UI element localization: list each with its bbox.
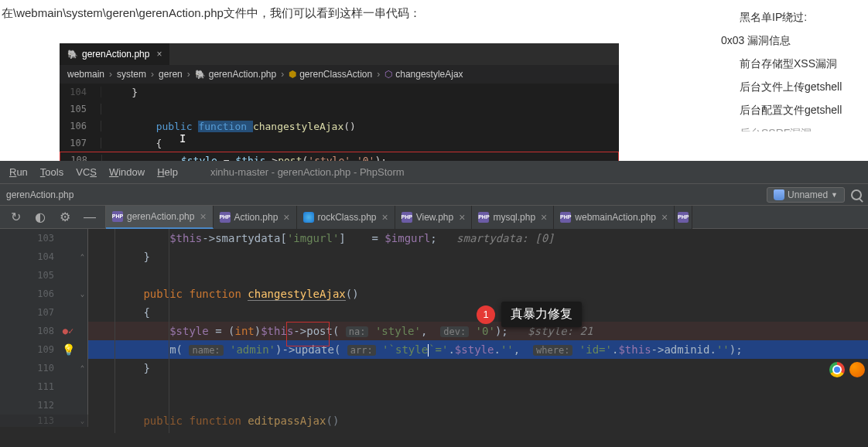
editor-tab[interactable]: PHP webmainAction.php × (554, 206, 675, 229)
close-icon[interactable]: × (283, 211, 289, 224)
menu-tools[interactable]: Tools (37, 165, 67, 179)
chevron-right-icon: › (151, 69, 154, 80)
code-line[interactable]: { (101, 138, 162, 149)
fold-gutter[interactable] (77, 303, 88, 322)
chevron-down-icon: ▼ (831, 191, 838, 199)
close-icon[interactable]: × (156, 49, 162, 60)
tool-icon[interactable]: ↻ (6, 208, 25, 227)
vscode-code[interactable]: 104 } I 105 106 public function changest… (60, 84, 619, 169)
bc-part[interactable]: gerenClassAction (299, 69, 372, 80)
editor-tab[interactable]: PHP mysql.php × (472, 206, 554, 229)
gutter-icon-area (59, 377, 77, 396)
line-number: 106 (0, 285, 59, 303)
menu-run[interactable]: Run (6, 165, 31, 179)
toc-item[interactable]: 前台存储型XSS漏洞 (721, 53, 860, 76)
php-file-icon: PHP (678, 212, 689, 223)
close-icon[interactable]: × (541, 211, 547, 224)
bc-part[interactable]: geren (159, 69, 183, 80)
php-icon: 🐘 (67, 49, 78, 60)
editor-tab[interactable]: PHP gerenAction.php × (106, 206, 214, 229)
editor-tabs: PHP gerenAction.php × PHP Action.php × r… (106, 206, 692, 229)
gutter-icon-area (59, 359, 77, 377)
bc-part[interactable]: webmain (67, 69, 104, 80)
breakpoint-icon[interactable]: ●✓ (63, 326, 73, 336)
bc-part[interactable]: gerenAction.php (209, 69, 276, 80)
gutter-icon-area (59, 229, 77, 247)
close-icon[interactable]: × (661, 211, 668, 224)
php-file-icon: PHP (478, 212, 489, 223)
gutter-icon-area (59, 266, 77, 285)
toc-item[interactable]: 黑名单IP绕过: (721, 6, 860, 29)
menu-help[interactable]: Help (154, 165, 181, 179)
fold-gutter[interactable] (77, 322, 88, 340)
toc-item[interactable]: 后台配置文件getshell (721, 99, 860, 122)
tab-label: rockClass.php (318, 212, 377, 223)
fold-gutter[interactable] (77, 229, 88, 247)
gutter-icon-area (59, 285, 77, 303)
line-number: 109 (0, 340, 59, 359)
code-line[interactable]: public function changestyleAjax() (88, 288, 868, 300)
vscode-tab[interactable]: 🐘 gerenAction.php × (60, 43, 169, 65)
toc-item[interactable]: 后台SSRF漏洞 (721, 122, 860, 131)
bc-part[interactable]: changestyleAjax (395, 69, 463, 80)
close-icon[interactable]: × (459, 211, 465, 224)
line-number: 105 (60, 104, 101, 114)
fold-gutter[interactable]: ⌄ (77, 415, 88, 427)
php-file-icon: PHP (402, 212, 412, 223)
datasource-label: Unnamed (788, 189, 828, 200)
editor-tab[interactable]: PHP Action.php × (214, 206, 297, 229)
fold-gutter[interactable] (77, 396, 88, 415)
toc-item[interactable]: 后台文件上传getshell (721, 76, 860, 99)
line-number: 111 (0, 377, 59, 396)
vscode-editor: 🐘 gerenAction.php × webmain › system › g… (60, 43, 619, 161)
minus-icon[interactable]: — (80, 208, 99, 227)
code-editor[interactable]: 103 $this->smartydata['imgurl'] = $imgur… (0, 229, 868, 427)
fold-gutter[interactable] (77, 266, 88, 285)
gutter-icon-area: ●✓ (59, 322, 77, 340)
code-line[interactable]: } (88, 362, 868, 374)
line-number: 110 (0, 359, 59, 377)
gear-icon[interactable]: ⚙ (56, 208, 74, 227)
gutter-icon-area (59, 415, 77, 427)
code-line[interactable]: } (101, 87, 138, 98)
gutter-icon-area (59, 303, 77, 322)
code-line[interactable]: $this->smartydata['imgurl'] = $imgurl; s… (88, 232, 868, 244)
fold-gutter[interactable] (77, 340, 88, 359)
code-line[interactable]: public function editpassAjax() (88, 415, 868, 427)
fold-gutter[interactable]: ⌃ (77, 247, 88, 266)
tab-filename: gerenAction.php (82, 49, 149, 60)
chrome-icon[interactable] (829, 362, 845, 377)
editor-tab[interactable]: rockClass.php × (297, 206, 395, 229)
gutter-icon-area (59, 396, 77, 415)
menu-window[interactable]: Window (106, 165, 148, 179)
menu-vcs[interactable]: VCS (73, 165, 100, 179)
vscode-tabbar: 🐘 gerenAction.php × (60, 43, 619, 65)
code-line[interactable]: m( name: 'admin')->update( arr: '`style`… (88, 343, 868, 357)
fold-gutter[interactable] (77, 377, 88, 396)
firefox-icon[interactable] (849, 362, 865, 377)
search-icon[interactable] (851, 189, 862, 200)
php-icon: 🐘 (195, 70, 206, 80)
line-number: 103 (0, 229, 59, 247)
tab-label: webmainAction.php (575, 212, 656, 223)
browser-icons (826, 359, 868, 380)
close-icon[interactable]: × (382, 211, 388, 224)
tool-icon[interactable]: ◐ (31, 208, 50, 227)
php-file-icon: PHP (220, 212, 231, 223)
editor-tab-more[interactable]: PHP (675, 206, 692, 229)
toc-header[interactable]: 0x03 漏洞信息 (721, 29, 860, 53)
tab-label: View.php (416, 212, 454, 223)
fold-gutter[interactable]: ⌃ (77, 359, 88, 377)
datasource-selector[interactable]: Unnamed ▼ (767, 187, 845, 203)
lightbulb-icon[interactable]: 💡 (62, 343, 75, 356)
class-icon: ⬢ (289, 69, 296, 80)
breadcrumb[interactable]: webmain › system › geren › 🐘 gerenAction… (60, 65, 619, 84)
code-line[interactable]: } (88, 251, 868, 263)
editor-tab[interactable]: PHP View.php × (395, 206, 473, 229)
fold-gutter[interactable]: ⌄ (77, 285, 88, 303)
code-line[interactable]: public function changestyleAjax() (101, 121, 356, 132)
bc-part[interactable]: system (117, 69, 146, 80)
close-icon[interactable]: × (200, 210, 206, 223)
breadcrumb[interactable]: gerenAction.php (6, 189, 73, 200)
annotation-text: 真暴力修复 (501, 302, 582, 327)
